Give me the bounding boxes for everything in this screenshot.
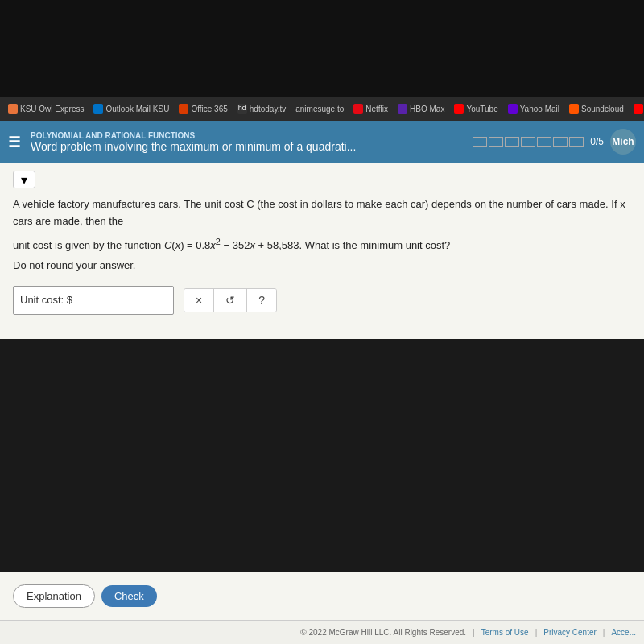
avatar: Mich <box>610 129 636 155</box>
progress-box-6 <box>553 137 568 147</box>
undo-button[interactable]: ↺ <box>214 289 247 312</box>
answer-row: Unit cost: $ × ↺ ? <box>13 286 631 315</box>
tab-netflix-favicon <box>353 104 363 114</box>
do-not-round-text: Do not round your answer. <box>13 259 631 271</box>
expand-button[interactable]: ▾ <box>13 171 35 188</box>
progress-box-4 <box>521 137 535 147</box>
progress-score: 0/5 <box>590 136 604 147</box>
tab-hbo-label: HBO Max <box>410 105 444 114</box>
tab-office-favicon <box>179 104 188 114</box>
tab-yahoo-favicon <box>508 104 518 114</box>
tab-outlook[interactable]: Outlook Mail KSU <box>89 102 174 115</box>
browser-tabs-bar: KSU Owl Express Outlook Mail KSU Office … <box>0 97 644 121</box>
progress-box-7 <box>569 137 584 147</box>
main-content: ▾ A vehicle factory manufactures cars. T… <box>0 163 644 339</box>
tab-office[interactable]: Office 365 <box>174 102 232 115</box>
tab-soundcloud-label: Soundcloud <box>581 105 624 114</box>
tab-youtube-m-favicon <box>634 104 643 114</box>
problem-text-line2: unit cost is given by the function C(x) … <box>13 235 631 254</box>
terms-of-use-link[interactable]: Terms of Use <box>481 628 529 637</box>
tab-hdtoday[interactable]: hd hdtoday.tv <box>233 102 291 115</box>
copyright-text: © 2022 McGraw Hill LLC. All Rights Reser… <box>300 628 466 637</box>
tab-hbo-favicon <box>398 104 407 114</box>
tab-outlook-favicon <box>93 104 103 114</box>
progress-box-1 <box>473 137 487 147</box>
help-button[interactable]: ? <box>247 289 276 312</box>
math-formula: C <box>164 239 171 251</box>
tab-netflix-label: Netflix <box>365 105 388 114</box>
tab-youtube-favicon <box>454 104 464 114</box>
header-title: Word problem involving the maximum or mi… <box>31 140 466 153</box>
unit-cost-input[interactable] <box>76 294 167 306</box>
header-title-area: POLYNOMIAL AND RATIONAL FUNCTIONS Word p… <box>31 131 466 153</box>
progress-boxes <box>473 137 584 147</box>
top-dark-area <box>0 0 644 97</box>
header-progress-area: 0/5 <box>473 136 604 147</box>
clear-button[interactable]: × <box>184 289 214 312</box>
action-buttons-group: × ↺ ? <box>184 288 277 312</box>
tab-hdtoday-label: hdtoday.tv <box>250 105 286 114</box>
chevron-down-icon: ▾ <box>21 172 27 188</box>
accessibility-link[interactable]: Acce... <box>611 628 636 637</box>
header-subtitle: POLYNOMIAL AND RATIONAL FUNCTIONS <box>31 131 466 140</box>
tab-netflix[interactable]: Netflix <box>349 102 393 115</box>
tab-youtube-label: YouTube <box>466 105 497 114</box>
app-header: ☰ POLYNOMIAL AND RATIONAL FUNCTIONS Word… <box>0 121 644 163</box>
check-button[interactable]: Check <box>101 585 157 607</box>
unit-cost-label: Unit cost: $ <box>20 294 72 306</box>
privacy-center-link[interactable]: Privacy Center <box>543 628 597 637</box>
tab-ksu-favicon <box>8 104 18 114</box>
tab-youtube[interactable]: YouTube <box>449 102 502 115</box>
tab-office-label: Office 365 <box>191 105 227 114</box>
progress-box-5 <box>537 137 551 147</box>
tab-youtube-m[interactable]: YouTube to M... <box>629 102 644 115</box>
problem-text-line1: A vehicle factory manufactures cars. The… <box>13 196 631 230</box>
tab-soundcloud-favicon <box>569 104 579 114</box>
tab-ksu-label: KSU Owl Express <box>20 105 84 114</box>
hamburger-icon[interactable]: ☰ <box>8 133 21 151</box>
separator-3: | <box>603 628 605 637</box>
unit-cost-input-container[interactable]: Unit cost: $ <box>13 286 174 315</box>
tab-animesuge[interactable]: animesuge.to <box>291 103 349 115</box>
tab-yahoo[interactable]: Yahoo Mail <box>503 102 564 115</box>
bottom-footer: Explanation Check <box>0 572 644 620</box>
progress-box-3 <box>505 137 519 147</box>
copyright-bar: © 2022 McGraw Hill LLC. All Rights Reser… <box>0 620 644 644</box>
explanation-button[interactable]: Explanation <box>13 584 95 608</box>
separator-2: | <box>535 628 538 637</box>
tab-yahoo-label: Yahoo Mail <box>520 105 559 114</box>
separator-1: | <box>473 628 475 637</box>
tab-animesuge-label: animesuge.to <box>295 105 344 114</box>
tab-soundcloud[interactable]: Soundcloud <box>564 102 629 115</box>
progress-box-2 <box>489 137 503 147</box>
tab-hbo[interactable]: HBO Max <box>393 102 449 115</box>
tab-hdtoday-favicon: hd <box>237 104 247 114</box>
tab-ksu-owl[interactable]: KSU Owl Express <box>3 102 89 115</box>
tab-outlook-label: Outlook Mail KSU <box>105 105 169 114</box>
